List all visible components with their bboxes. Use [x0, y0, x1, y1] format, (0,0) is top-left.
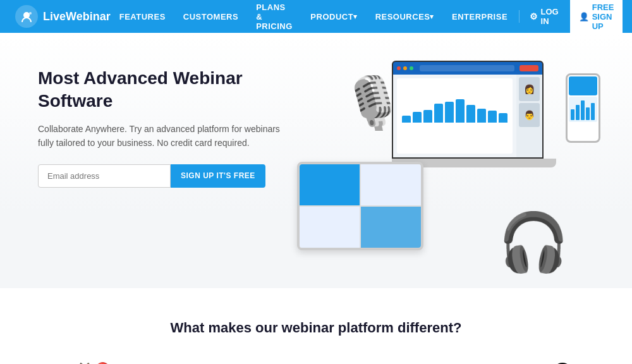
nav-links: Features Customers Plans & Pricing Produ…: [111, 0, 623, 36]
chart-bar: [477, 109, 486, 123]
unlimited-icon: 📢 ▶ 👥 🖥: [168, 361, 231, 364]
feature-domain: </> Everything Under Your Domain: [374, 361, 490, 364]
browser-icon: ℯ 🦊 ⭕ 🔵 👤 ⏰ ⬤ ✿: [52, 361, 115, 364]
tablet-illustration: [297, 162, 423, 250]
email-input[interactable]: [38, 164, 171, 188]
chart-bar: [445, 102, 454, 123]
nav-login-button[interactable]: ⚙ Log In: [522, 0, 566, 33]
nav-customers[interactable]: Customers: [174, 0, 247, 33]
live-badge: [520, 65, 538, 71]
hero-section: Most Advanced Webinar Software Collabora…: [0, 33, 632, 212]
tablet-cell-1: [300, 164, 360, 205]
address-bar: [420, 65, 514, 71]
logo-text: LiveWebinar: [43, 10, 111, 23]
logo-icon: [15, 5, 38, 28]
firefox-icon: 🦊: [76, 361, 92, 364]
laptop-screen: 👩 👨: [392, 61, 544, 159]
domain-icon: </>: [401, 361, 464, 364]
hero-form: Sign Up It's Free: [38, 164, 291, 188]
screen-dot-yellow: [403, 66, 407, 70]
nav-signup-button[interactable]: 👤 Free Sign Up: [570, 0, 623, 36]
chart-bar: [434, 104, 443, 123]
hero-visual: 🎙️: [291, 61, 594, 212]
feature-browser: ℯ 🦊 ⭕ 🔵 👤 ⏰ ⬤ ✿ Easy Browser Access: [25, 361, 142, 364]
chart-bar: [499, 113, 507, 123]
nav-enterprise[interactable]: Enterprise: [443, 0, 516, 33]
screen-dot-green: [410, 66, 413, 70]
chart-bar: [488, 111, 497, 123]
hero-subtitle: Collaborate Anywhere. Try an advanced pl…: [38, 122, 291, 150]
screen-dot-red: [397, 66, 401, 70]
screen-header: [393, 62, 542, 75]
features-grid: ℯ 🦊 ⭕ 🔵 👤 ⏰ ⬤ ✿ Easy Browser Access: [25, 361, 607, 364]
logo[interactable]: LiveWebinar: [15, 5, 111, 28]
login-icon: ⚙: [530, 11, 538, 21]
nav-product[interactable]: Product: [301, 0, 366, 33]
ie-icon: ℯ: [58, 361, 74, 364]
nav-resources[interactable]: Resources: [367, 0, 443, 33]
hd-icon: HD: [284, 361, 348, 364]
chart-bar: [423, 110, 432, 123]
features-title: What makes our webinar platform differen…: [25, 320, 607, 336]
bar-chart: [399, 81, 510, 125]
person-icon: 👤: [579, 12, 589, 21]
screen-main-content: [393, 75, 516, 157]
webcam-box-1: 👩: [519, 77, 540, 101]
paid-icon: $: [517, 361, 580, 364]
tablet-cell-2: [361, 164, 421, 205]
feature-hd: HD Clear HD Quality: [258, 361, 374, 364]
phone-illustration: [566, 73, 600, 143]
signup-button[interactable]: Sign Up It's Free: [171, 164, 265, 188]
webcam-box-2: 👨: [519, 103, 540, 127]
nav-plans-pricing[interactable]: Plans & Pricing: [247, 0, 301, 33]
chart-bar: [466, 105, 475, 123]
tablet-cell-4: [361, 207, 421, 248]
chart-bar: [402, 116, 411, 123]
chart-bar: [456, 99, 465, 123]
feature-paid: $ Paid Webinars: [490, 361, 607, 364]
svg-point-1: [29, 12, 32, 15]
tablet-content: [300, 164, 421, 248]
features-section: What makes our webinar platform differen…: [0, 288, 632, 364]
tablet-cell-3: [300, 207, 360, 248]
phone-chart: [569, 97, 597, 122]
hero-text: Most Advanced Webinar Software Collabora…: [38, 61, 291, 188]
feature-unlimited: 📢 ▶ 👥 🖥 Unlimited Customization: [142, 361, 258, 364]
chart-bar: [413, 112, 422, 123]
screen-sidebar: 👩 👨: [516, 75, 542, 157]
hero-title: Most Advanced Webinar Software: [38, 67, 291, 113]
opera-icon: ⭕: [95, 361, 111, 364]
screen-body: 👩 👨: [393, 75, 542, 157]
navbar: LiveWebinar Features Customers Plans & P…: [0, 0, 632, 33]
headphones-icon: 🎧: [498, 209, 569, 276]
phone-screen: [569, 76, 597, 95]
nav-features[interactable]: Features: [111, 0, 174, 33]
